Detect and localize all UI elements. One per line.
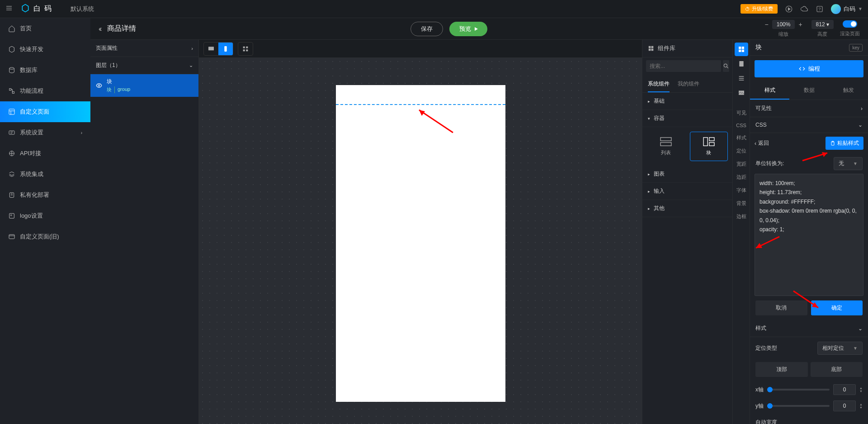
css-back[interactable]: ‹ 返回 (755, 139, 769, 147)
rail-visible[interactable]: 可见 (735, 107, 748, 119)
annotation-arrow-1 (417, 108, 458, 141)
mobile-frame[interactable] (336, 85, 505, 402)
upgrade-button[interactable]: ⏱ 升级/续费 (741, 4, 778, 14)
nav-settings[interactable]: 系统设置› (0, 122, 90, 143)
cat-basic[interactable]: ▸基础 (642, 93, 732, 110)
y-slider[interactable] (767, 405, 830, 407)
key-badge[interactable]: key (849, 44, 863, 52)
y-down[interactable]: ▼ (859, 406, 863, 409)
x-down[interactable]: ▼ (859, 390, 863, 393)
zoom-value[interactable]: 100% (772, 20, 795, 29)
pos-top-btn[interactable]: 顶部 (755, 362, 808, 377)
y-input[interactable] (833, 400, 856, 411)
back-button[interactable]: ‹‹ (99, 25, 101, 33)
tab-data[interactable]: 数据 (789, 82, 829, 100)
nav-private[interactable]: 私有化部署 (0, 185, 90, 205)
component-search[interactable] (646, 60, 721, 72)
svg-rect-12 (9, 234, 14, 238)
confirm-button[interactable]: 确定 (811, 300, 863, 315)
mobile-view-btn[interactable] (218, 43, 233, 55)
rail-image-icon[interactable] (735, 86, 748, 100)
tab-system-comp[interactable]: 系统组件 (648, 76, 670, 92)
canvas-viewport[interactable] (199, 58, 642, 424)
height-value[interactable]: 812 ▾ (811, 20, 834, 29)
auto-width-row[interactable]: 自动宽度 (750, 414, 868, 424)
menu-toggle-icon[interactable] (5, 5, 13, 13)
render-toggle[interactable] (843, 20, 857, 28)
search-button[interactable] (723, 60, 729, 72)
nav-home[interactable]: 首页 (0, 18, 90, 39)
svg-rect-29 (709, 138, 714, 141)
css-textarea[interactable] (755, 174, 863, 296)
page-props-row[interactable]: 页面属性› (90, 40, 198, 57)
unit-select[interactable]: 无▼ (834, 157, 863, 170)
play-icon[interactable] (785, 5, 793, 13)
rail-border[interactable]: 边距 (735, 171, 748, 183)
visibility-section[interactable]: 可见性› (750, 100, 868, 117)
comp-block[interactable]: 块 (690, 132, 728, 161)
svg-rect-6 (9, 109, 14, 114)
pos-type-label: 定位类型 (755, 344, 777, 352)
pos-type-select[interactable]: 相对定位▼ (817, 342, 863, 355)
user-menu[interactable]: 白码 ▼ (831, 4, 863, 14)
nav-flow[interactable]: 功能流程 (0, 81, 90, 101)
rail-position[interactable]: 定位 (735, 145, 748, 157)
nav-oldpage[interactable]: 自定义页面(旧) (0, 226, 90, 247)
save-button[interactable]: 保存 (410, 22, 443, 36)
layers-header[interactable]: 图层（1）⌄ (90, 57, 198, 74)
nav-integration[interactable]: 系统集成 (0, 164, 90, 185)
rail-list-icon[interactable] (735, 71, 748, 85)
nav-custompage[interactable]: 自定义页面 (0, 101, 90, 122)
nav-logo[interactable]: logo设置 (0, 205, 90, 226)
css-section[interactable]: CSS⌄ (750, 117, 868, 133)
preview-button[interactable]: 预览 (449, 22, 487, 36)
grid-view-btn[interactable] (238, 43, 253, 55)
visibility-icon[interactable] (96, 82, 102, 89)
rail-font[interactable]: 字体 (735, 184, 748, 196)
cloud-icon[interactable] (800, 5, 808, 13)
nav-quickdev[interactable]: 快速开发 (0, 39, 90, 60)
cat-input[interactable]: ▸输入 (642, 183, 732, 200)
cat-container[interactable]: ▾容器 (642, 110, 732, 127)
svg-point-3 (9, 67, 14, 69)
comp-list[interactable]: 列表 (647, 132, 685, 161)
properties-panel: 块 key 编程 样式 数据 触发 可见性› CSS⌄ ‹ 返回 粘贴样式 (750, 40, 868, 424)
svg-rect-4 (9, 89, 11, 91)
style-section[interactable]: 样式⌄ (750, 320, 868, 337)
rail-component-icon[interactable] (735, 43, 748, 56)
icon-rail: 可见 CSS 样式 定位 宽距 边距 字体 背景 边框 (732, 40, 750, 424)
code-button[interactable]: 编程 (755, 60, 863, 77)
x-input[interactable] (833, 384, 856, 395)
y-up[interactable]: ▲ (859, 403, 863, 406)
zoom-out[interactable]: − (762, 20, 771, 29)
page-header: ‹‹ 商品详情 保存 预览 − 100% + 缩放 812 ▾ 高度 (90, 18, 868, 40)
pos-bottom-btn[interactable]: 底部 (811, 362, 863, 377)
paste-style-button[interactable]: 粘贴样式 (826, 137, 863, 150)
cat-other[interactable]: ▸其他 (642, 200, 732, 217)
rail-page-icon[interactable] (735, 57, 748, 71)
rail-css[interactable]: CSS (735, 120, 748, 131)
zoom-in[interactable]: + (796, 20, 805, 29)
svg-rect-28 (703, 138, 708, 146)
svg-rect-30 (709, 143, 714, 146)
svg-rect-35 (739, 61, 743, 67)
x-slider[interactable] (767, 389, 830, 391)
cancel-button[interactable]: 取消 (755, 300, 807, 315)
tab-trigger[interactable]: 触发 (829, 82, 868, 100)
svg-point-13 (98, 85, 100, 86)
rail-spacing[interactable]: 宽距 (735, 158, 748, 170)
layer-block[interactable]: 块 块group (90, 74, 198, 97)
desktop-view-btn[interactable] (204, 43, 218, 55)
nav-api[interactable]: API对接 (0, 143, 90, 164)
props-title: 块 (755, 43, 762, 52)
rail-borderstyle[interactable]: 边框 (735, 210, 748, 223)
rail-style[interactable]: 样式 (735, 132, 748, 144)
tab-my-comp[interactable]: 我的组件 (678, 76, 699, 92)
rail-bg[interactable]: 背景 (735, 197, 748, 210)
x-up[interactable]: ▲ (859, 386, 863, 390)
tab-style[interactable]: 样式 (750, 82, 789, 100)
cat-chart[interactable]: ▸图表 (642, 166, 732, 183)
svg-rect-23 (649, 49, 651, 51)
nav-database[interactable]: 数据库 (0, 60, 90, 81)
help-icon[interactable]: ? (816, 5, 824, 13)
